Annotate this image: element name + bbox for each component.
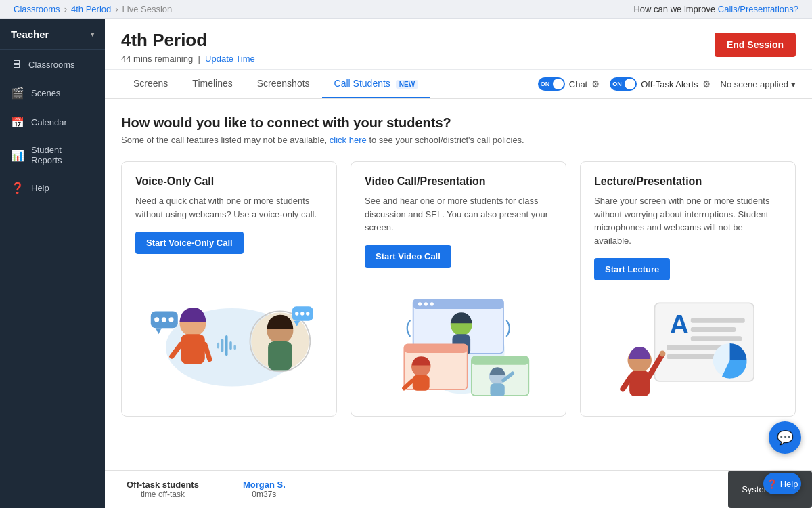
- breadcrumb-live-session: Live Session: [122, 4, 173, 14]
- page-title-area: 4th Period 44 mins remaining | Update Ti…: [121, 30, 255, 64]
- chat-toggle-knob: [553, 79, 564, 89]
- voice-only-card: Voice-Only Call Need a quick chat with o…: [121, 161, 337, 417]
- tab-screenshots[interactable]: Screenshots: [245, 70, 322, 98]
- svg-point-7: [162, 317, 166, 322]
- voice-card-title: Voice-Only Call: [135, 175, 323, 188]
- floating-chat-button[interactable]: 💬: [769, 421, 801, 454]
- svg-rect-18: [268, 341, 292, 370]
- time-remaining: 44 mins remaining: [121, 54, 193, 64]
- voice-illustration: [135, 268, 323, 402]
- teacher-label: Teacher: [11, 28, 49, 40]
- svg-rect-46: [691, 336, 742, 341]
- svg-rect-14: [234, 345, 237, 350]
- call-students-label: Call Students: [334, 78, 390, 89]
- video-illustration: [365, 281, 552, 403]
- help-icon: ❓: [11, 182, 24, 194]
- off-task-gear-icon[interactable]: ⚙: [702, 79, 711, 89]
- feedback-text: How can we improve: [633, 4, 717, 14]
- feedback-link[interactable]: Calls/Presentations?: [718, 4, 798, 14]
- end-session-button[interactable]: End Session: [715, 33, 796, 57]
- off-task-alerts-label: Off-Task Alerts: [641, 79, 698, 89]
- svg-rect-45: [691, 327, 736, 332]
- svg-rect-33: [405, 345, 468, 353]
- page-header: 4th Period 44 mins remaining | Update Ti…: [105, 19, 812, 70]
- start-lecture-button[interactable]: Start Lecture: [594, 258, 670, 280]
- svg-point-28: [424, 302, 428, 305]
- svg-point-29: [430, 302, 434, 305]
- lecture-card-desc: Share your screen with one or more stude…: [594, 194, 782, 247]
- svg-rect-10: [217, 342, 220, 348]
- page-title: 4th Period: [121, 30, 255, 51]
- off-task-toggle-knob: [625, 79, 635, 89]
- svg-marker-9: [156, 328, 162, 334]
- svg-point-8: [169, 317, 174, 322]
- breadcrumb-classrooms[interactable]: Classrooms: [14, 4, 60, 14]
- chat-toggle[interactable]: [538, 77, 565, 91]
- sidebar-item-calendar-label: Calendar: [31, 117, 67, 127]
- lecture-card: Lecture/Presentation Share your screen w…: [580, 161, 796, 417]
- breadcrumb-sep2: ›: [115, 4, 118, 14]
- sidebar-item-student-reports[interactable]: 📊 Student Reports: [0, 137, 105, 173]
- off-task-toggle-group[interactable]: Off-Task Alerts ⚙: [610, 77, 710, 91]
- scene-selector[interactable]: No scene applied ▾: [721, 79, 796, 89]
- svg-rect-2: [181, 334, 205, 364]
- video-call-card: Video Call/Presentation See and hear one…: [351, 161, 566, 417]
- main-content: How would you like to connect with your …: [105, 99, 812, 470]
- sidebar-item-scenes[interactable]: 🎬 Scenes: [0, 79, 105, 108]
- lecture-illustration: A: [594, 294, 782, 402]
- click-here-link[interactable]: click here: [330, 135, 367, 145]
- svg-point-6: [154, 317, 159, 322]
- student-name-link[interactable]: Morgan S.: [243, 480, 286, 490]
- off-task-student-section: Morgan S. 0m37s: [221, 474, 307, 505]
- connect-subtitle-after: to see your school/district's call polic…: [367, 135, 524, 145]
- svg-point-20: [295, 312, 298, 315]
- sidebar-item-help-label: Help: [31, 183, 49, 193]
- connect-title: How would you like to connect with your …: [121, 115, 796, 131]
- off-task-toggle[interactable]: [610, 77, 637, 91]
- voice-card-desc: Need a quick chat with one or more stude…: [135, 194, 323, 221]
- svg-rect-38: [472, 356, 528, 364]
- sidebar-item-help[interactable]: ❓ Help: [0, 173, 105, 203]
- calendar-icon: 📅: [11, 116, 24, 129]
- page-meta: 44 mins remaining | Update Time: [121, 54, 255, 64]
- tabs-bar: Screens Timelines Screenshots Call Stude…: [105, 70, 812, 99]
- tabs-right-controls: Chat ⚙ Off-Task Alerts ⚙ No scene applie…: [538, 77, 796, 91]
- sidebar-item-scenes-label: Scenes: [31, 88, 60, 98]
- breadcrumb-4th-period[interactable]: 4th Period: [71, 4, 111, 14]
- tab-screens[interactable]: Screens: [121, 70, 180, 98]
- off-task-label: Off-task students: [127, 480, 199, 490]
- svg-rect-51: [629, 371, 650, 396]
- off-task-section: Off-task students time off-task: [105, 474, 221, 505]
- new-badge: NEW: [396, 80, 418, 89]
- svg-text:A: A: [670, 310, 689, 339]
- start-video-call-button[interactable]: Start Video Call: [365, 245, 451, 268]
- svg-point-27: [418, 302, 422, 305]
- svg-rect-40: [491, 383, 505, 396]
- tab-timelines[interactable]: Timelines: [180, 70, 244, 98]
- floating-help-icon: ❓: [767, 479, 777, 489]
- chat-toggle-group[interactable]: Chat ⚙: [538, 77, 600, 91]
- chat-gear-icon[interactable]: ⚙: [591, 79, 600, 89]
- sidebar-item-classrooms[interactable]: 🖥 Classrooms: [0, 50, 105, 79]
- svg-point-21: [300, 312, 304, 315]
- svg-rect-12: [225, 335, 228, 355]
- scene-chevron-icon: ▾: [791, 79, 796, 89]
- svg-rect-44: [691, 318, 745, 323]
- svg-rect-35: [413, 375, 430, 391]
- video-card-title: Video Call/Presentation: [365, 175, 552, 188]
- video-card-desc: See and hear one or more students for cl…: [365, 194, 552, 234]
- sidebar-item-calendar[interactable]: 📅 Calendar: [0, 108, 105, 137]
- connect-subtitle: Some of the call features listed may not…: [121, 135, 796, 145]
- connect-subtitle-text: Some of the call features listed may not…: [121, 135, 330, 145]
- lecture-card-title: Lecture/Presentation: [594, 175, 782, 188]
- floating-help-button[interactable]: ❓ Help: [763, 473, 801, 494]
- tab-call-students[interactable]: Call Students NEW: [322, 70, 431, 98]
- start-voice-call-button[interactable]: Start Voice-Only Call: [135, 232, 244, 254]
- sidebar: Teacher ▾ 🖥 Classrooms 🎬 Scenes 📅 Calend…: [0, 19, 105, 508]
- scene-label: No scene applied: [721, 79, 788, 89]
- sidebar-item-classrooms-label: Classrooms: [28, 60, 75, 70]
- chat-bubble-icon: 💬: [777, 429, 794, 446]
- off-task-sub-label: time off-task: [141, 490, 185, 499]
- student-time: 0m37s: [252, 490, 276, 499]
- update-time-link[interactable]: Update Time: [205, 54, 255, 64]
